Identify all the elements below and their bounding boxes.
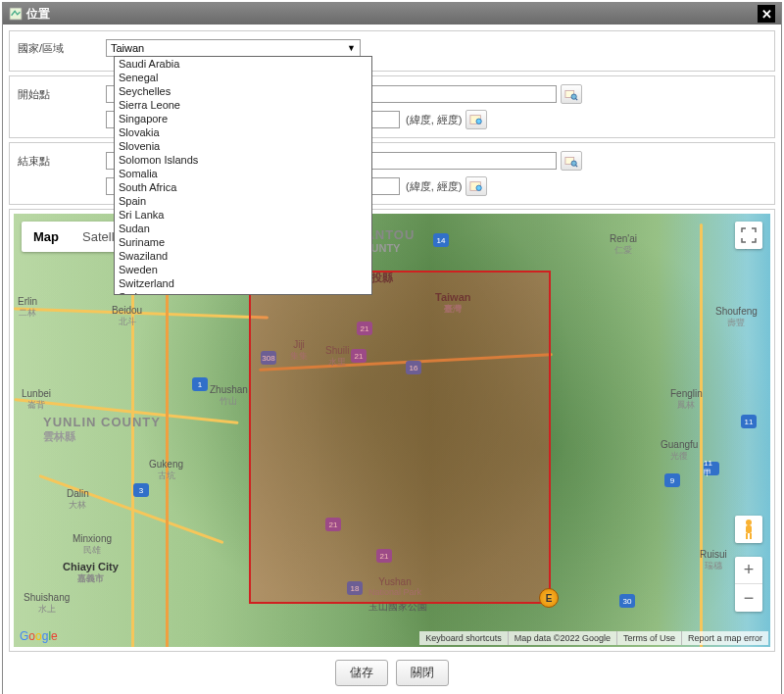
svg-point-10 [476,185,481,190]
dialog-title: 位置 [26,6,50,23]
location-dialog: 位置 ✕ 國家/區域 Taiwan ▼ Saudi ArabiaSenegalS… [2,2,782,694]
end-marker[interactable]: E [539,588,559,608]
city-label: Dalin大林 [67,488,89,512]
svg-rect-0 [10,8,22,20]
city-label: Ruisui瑞穗 [700,549,727,572]
country-option[interactable]: Sudan [115,222,371,235]
search-location-button-end[interactable] [561,151,582,171]
map-type-map[interactable]: Map [22,222,71,252]
city-label: Guangfu光復 [661,439,698,463]
country-option[interactable]: Suriname [115,235,371,249]
city-label: Beidou北斗 [112,305,142,328]
highway-badge: 14 [433,233,449,247]
country-option[interactable]: Spain [115,194,371,208]
map-attribution: Keyboard shortcuts Map data ©2022 Google… [419,631,768,645]
fullscreen-button[interactable] [735,222,762,249]
country-dropdown-list[interactable]: Saudi ArabiaSenegalSeychellesSierra Leon… [114,56,372,295]
country-option[interactable]: Swaziland [115,249,371,263]
country-option[interactable]: Solomon Islands [115,153,371,167]
save-button[interactable]: 儲存 [335,660,388,686]
country-label: 國家/區域 [18,41,106,56]
highway-badge: 11甲 [704,462,719,475]
close-footer-button[interactable]: 關閉 [396,660,449,686]
zoom-in-button[interactable]: + [735,557,762,584]
country-option[interactable]: Somalia [115,167,371,180]
zoom-out-button[interactable]: − [735,584,762,612]
start-label: 開始點 [18,87,106,102]
country-option[interactable]: Seychelles [115,84,371,98]
country-option[interactable]: Slovenia [115,139,371,153]
zoom-control: + − [735,557,762,612]
close-button[interactable]: ✕ [758,5,775,23]
pick-end-on-map-button[interactable] [466,176,487,196]
report-error-link[interactable]: Report a map error [681,631,768,645]
highway-badge: 9 [664,473,680,487]
chevron-down-icon: ▼ [347,43,356,53]
streetview-pegman[interactable] [735,516,762,543]
highway-badge: 11 [741,415,757,428]
country-option[interactable]: Switzerland [115,276,371,290]
country-section: 國家/區域 Taiwan ▼ Saudi ArabiaSenegalSeyche… [9,30,775,72]
end-label: 結束點 [18,154,106,169]
pick-start-on-map-button[interactable] [466,110,487,129]
svg-rect-13 [746,533,748,539]
end-latlng-hint: (緯度, 經度) [406,179,462,194]
dialog-titlebar: 位置 ✕ [3,3,781,25]
svg-point-5 [476,119,481,124]
terms-link[interactable]: Terms of Use [616,631,681,645]
country-option[interactable]: Senegal [115,71,371,84]
country-option[interactable]: Slovakia [115,125,371,139]
highway-badge: 3 [133,483,149,497]
city-label: Fenglin鳳林 [670,388,703,412]
county-label: YUNLIN COUNTY雲林縣 [43,415,161,444]
country-option[interactable]: Singapore [115,112,371,125]
country-option[interactable]: Sweden [115,263,371,276]
selection-region[interactable] [249,271,551,604]
start-latlng-hint: (緯度, 經度) [406,113,462,127]
svg-rect-12 [746,525,752,533]
city-label: Minxiong民雄 [73,533,112,557]
location-icon [9,7,23,21]
country-option[interactable]: Sierra Leone [115,98,371,112]
city-label: Lunbei崙背 [22,388,51,412]
highway-badge: 30 [619,594,635,608]
city-label: Erlin二林 [18,296,37,320]
country-option[interactable]: Saudi Arabia [115,57,371,71]
city-label: Shoufeng壽豐 [715,306,758,329]
country-option[interactable]: South Africa [115,180,371,194]
search-location-button[interactable] [561,84,582,104]
highway-badge: 1 [192,377,208,391]
map-data-text: Map data ©2022 Google [508,631,616,645]
city-label: Zhushan竹山 [210,384,248,408]
city-label: Shuishang水上 [24,592,70,616]
country-option[interactable]: Syria [115,290,371,295]
svg-line-8 [575,165,577,167]
svg-rect-14 [750,533,752,539]
country-option[interactable]: Sri Lanka [115,208,371,222]
city-label: Chiayi City嘉義市 [63,561,119,585]
google-logo: Google [20,629,58,643]
keyboard-shortcuts-link[interactable]: Keyboard shortcuts [419,631,508,645]
city-label: Ren'ai仁愛 [610,233,637,257]
svg-point-11 [746,520,752,525]
country-selected-value: Taiwan [111,42,144,54]
city-label: Gukeng古坑 [149,459,183,482]
country-select[interactable]: Taiwan ▼ [106,39,361,57]
dialog-content: 國家/區域 Taiwan ▼ Saudi ArabiaSenegalSeyche… [3,25,781,694]
svg-line-3 [575,98,577,100]
dialog-footer: 儲存 關閉 [9,652,775,694]
